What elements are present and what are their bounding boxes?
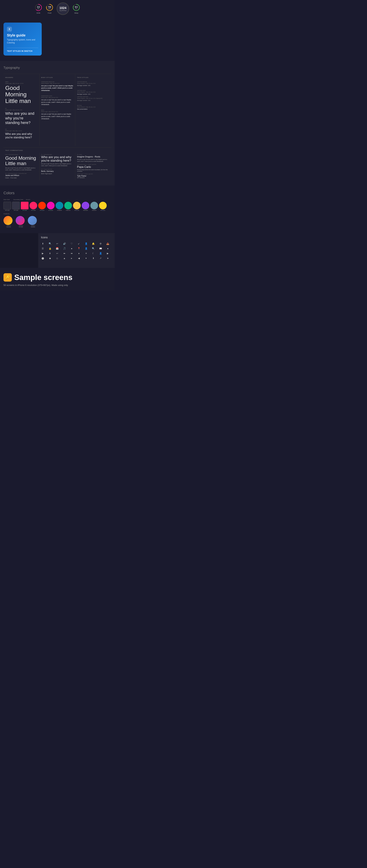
icon-user[interactable]: 👤: [84, 242, 88, 245]
icon-share[interactable]: ↩: [55, 242, 59, 245]
style-guide-card[interactable]: ⬆ Style guide Typography system, Icons a…: [3, 23, 42, 56]
gradient-1: #FD3F2F#FACE15: [3, 216, 14, 228]
style-guide-section: ⬆ Style guide Typography system, Icons a…: [0, 18, 115, 61]
palette-swatch-3: [47, 202, 55, 209]
icon-settings[interactable]: ⚙: [99, 242, 102, 245]
gradient-hex-2: #8D40E8#FF2366: [19, 225, 23, 228]
donut-charts-container: 3.5 hrs Drink 730 gms Food 1024: [31, 1, 84, 17]
subheading-light-text: Are you a cop? No you aren't a cop! Mayb…: [41, 99, 74, 106]
icon-triangle-down[interactable]: ▾: [84, 256, 88, 260]
combo-3b-meta: Subheading Regular + Caption Light 60%: [77, 164, 110, 165]
icon-back[interactable]: ↩: [55, 252, 59, 255]
caption-medium-text: Average number -221: [77, 85, 110, 86]
icon-dot[interactable]: ●: [106, 247, 110, 250]
button-text: See presentation: [77, 108, 110, 110]
icon-arrow-right[interactable]: ➤: [106, 256, 110, 260]
hero-meta: HEROHeeloo Light • 38pt, 44 Line, -0.5 C…: [5, 81, 37, 84]
body-text: Are you a cop? No you aren't a cop! Mayb…: [41, 113, 74, 120]
gradients-row: #FD3F2F#FACE15 #8D40E8#FF2366 #6996EC#56…: [3, 216, 111, 228]
gradient-swatch-1: [3, 216, 12, 225]
gradient-2: #8D40E8#FF2366: [16, 216, 26, 228]
icon-menu[interactable]: ☰: [41, 247, 45, 250]
icon-triangle-right[interactable]: ▸: [70, 256, 73, 260]
icon-music[interactable]: 🎵: [63, 247, 66, 250]
icon-map-pin[interactable]: 📍: [77, 247, 81, 250]
icon-circle[interactable]: ●: [70, 247, 73, 250]
tech-styles-col-title: TECH STYLES: [77, 77, 110, 78]
icon-outline-diamond[interactable]: ◇: [55, 256, 59, 260]
icon-heart[interactable]: ♡: [70, 242, 73, 245]
icon-moon[interactable]: ☾: [91, 252, 95, 255]
icon-filled-circle[interactable]: ⬤: [41, 256, 45, 260]
combo-2b-sub: Berlin, Germany: [41, 170, 74, 172]
subheading-regular-entry: SUBHEADING REGULARHeeloo Regular • 18pt,…: [41, 81, 74, 92]
palette-7: #8D40E8: [82, 202, 89, 211]
icon-play2[interactable]: ▶: [106, 252, 110, 255]
combo-2-meta: H1 + Subheading Light: [41, 154, 74, 155]
icon-triangle-up[interactable]: ▲: [63, 256, 66, 260]
sleep-label: Sleep: [74, 12, 78, 14]
palette-swatch-6: [73, 202, 81, 209]
tech-styles-column: TECH STYLES CAPTION MEDIUMHeeloo Medium …: [75, 74, 111, 146]
typography-section: Typography HEADERS HEROHeeloo Light • 38…: [0, 61, 115, 186]
colors-section: Colors Main Dark Secondary Dark Accent #…: [0, 186, 115, 233]
icon-person[interactable]: 👤: [99, 252, 102, 255]
style-guide-link[interactable]: TEXT STYLES IN SKETCH: [7, 48, 38, 52]
icons-left-panel: [0, 233, 38, 268]
body-entry: BODYHeeloo Light • 16pt, 24 Line, 5 Ch A…: [41, 110, 74, 120]
gradients-label: Gradients: [3, 213, 111, 215]
main-swatches: #FF2366 #FF2366 #FF2366 #FF2366 #FF3100 …: [3, 202, 111, 211]
icon-arrow-upright[interactable]: ↗: [99, 256, 102, 260]
color-secondary-dark: #FF2366: [12, 202, 20, 211]
icon-arrow-left[interactable]: ↙: [77, 242, 81, 245]
sample-screens-section: 🔑 Sample screens 50 screens in iPhone 6 …: [0, 268, 115, 290]
icon-prev[interactable]: ⬅: [63, 252, 66, 255]
icon-export[interactable]: 📤: [106, 242, 110, 245]
headers-column: HEADERS HEROHeeloo Light • 38pt, 44 Line…: [3, 74, 39, 146]
combo-3c-meta: Caption Light + Caption Light 60%: [77, 174, 110, 175]
icon-book[interactable]: 📖: [99, 247, 102, 250]
icon-filled-diamond[interactable]: ◆: [48, 256, 52, 260]
icon-arrow-down[interactable]: ⬇: [91, 256, 95, 260]
icon-upload[interactable]: ⬆: [41, 242, 45, 245]
palette-swatch-9: [99, 202, 107, 209]
combo-2b-detail: Berlin Tegel airport: [41, 173, 74, 175]
combo-2-body: Are you a cop? No you aren't a cop! Mayb…: [41, 163, 74, 167]
typography-heading: Typography: [3, 66, 111, 70]
sleep-value: 8.5: [75, 6, 78, 8]
combo-3c-detail: 347 followers: [77, 177, 110, 179]
secondary-dark-swatch: [12, 202, 20, 209]
icon-sun[interactable]: ☀: [84, 252, 88, 255]
icon-play[interactable]: ▶: [41, 252, 45, 255]
caption-light-60-meta: CAPTION LIGHT 60%Heeloo Regular • 14pt, …: [77, 96, 110, 99]
icon-next[interactable]: ➡: [70, 252, 73, 255]
palette-4: #048BA8: [56, 202, 63, 211]
sample-icon: 🔑: [3, 273, 12, 282]
icon-diamond[interactable]: ♦: [77, 252, 81, 255]
big-metric-subtitle: Avg Wh/hour: [59, 10, 66, 11]
subheading-regular-meta: SUBHEADING REGULARHeeloo Regular • 18pt,…: [41, 81, 74, 84]
body-styles-column: BODY STYLES SUBHEADING REGULARHeeloo Reg…: [39, 74, 76, 146]
icon-profile[interactable]: 👤: [84, 247, 88, 250]
icon-lock[interactable]: 🔒: [48, 247, 52, 250]
combo-col-3: H1 + Body Imagine Dragons - Roots Are yo…: [75, 153, 111, 180]
icon-magnify[interactable]: 🔍: [91, 247, 95, 250]
main-dark-label: Main Dark Secondary Dark Accent: [3, 199, 111, 200]
icon-search[interactable]: 🔍: [48, 242, 52, 245]
icon-calendar[interactable]: 📅: [55, 247, 59, 250]
main-dark-hex: #FF2366: [5, 210, 9, 211]
h1-meta: H1Heeloo Light • 40pt, 42 Line, 3 Ch: [5, 107, 37, 111]
button-meta: BUTTONHeeloo Medium • 13pt, 26 Line, 0 C…: [77, 105, 110, 108]
text-combinations-grid: Hero + Subheading Regular Good Morning L…: [3, 153, 111, 180]
h2-entry: H2Heeloo Light • 28pt, 38pt, -0.3 Ch Who…: [5, 128, 37, 140]
hero-entry: HEROHeeloo Light • 38pt, 44 Line, -0.5 C…: [5, 81, 37, 104]
caption-medium-meta: CAPTION MEDIUMHeeloo Medium • 13pt, 24 L…: [77, 81, 110, 84]
combo-1b-detail: Hozier – From eden: [5, 177, 37, 179]
icon-triangle-left[interactable]: ◀: [77, 256, 81, 260]
icon-bell[interactable]: 🔔: [91, 242, 95, 245]
drink-ring: 3.5 hrs: [34, 3, 43, 11]
palette-6: #F8C343: [73, 202, 81, 211]
icon-volume[interactable]: 🔊: [63, 242, 66, 245]
food-unit: gms: [48, 8, 51, 9]
icon-pause[interactable]: ⏸: [48, 252, 52, 255]
